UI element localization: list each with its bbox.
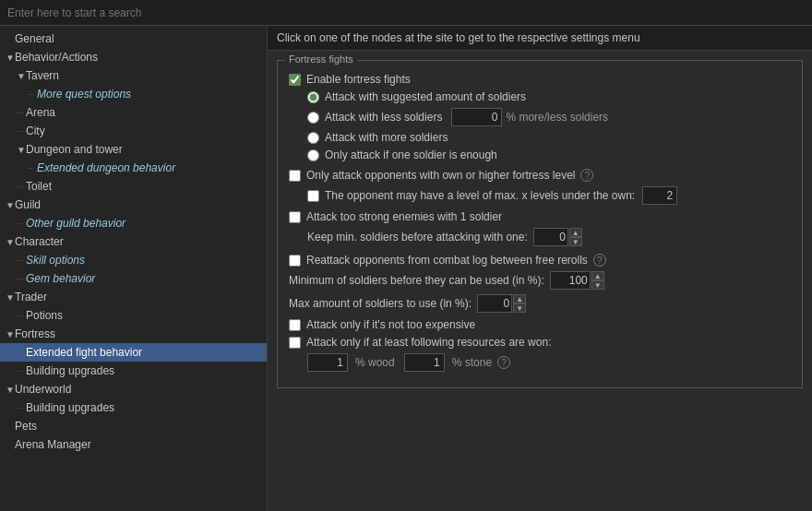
min-soldiers-row: Minimum of soldiers before they can be u… (289, 271, 791, 290)
expand-icon-gem-behavior: ··· (17, 274, 26, 283)
sidebar-item-skill-options[interactable]: ···Skill options (0, 251, 267, 269)
stone-input[interactable] (404, 353, 445, 372)
reattack-label[interactable]: Reattack opponents from combat log betwe… (306, 254, 588, 267)
resources-checkbox[interactable] (289, 337, 301, 349)
radio-suggested-label[interactable]: Attack with suggested amount of soldiers (325, 90, 526, 103)
own-fortress-checkbox[interactable] (289, 170, 301, 182)
attack-strong-checkbox[interactable] (289, 211, 301, 223)
content-panel: Click on one of the nodes at the site to… (268, 26, 812, 511)
keep-min-label: Keep min. soldiers before attacking with… (307, 231, 528, 244)
top-bar (0, 0, 812, 26)
reattack-row: Reattack opponents from combat log betwe… (289, 254, 791, 267)
keep-min-down-button[interactable]: ▼ (569, 237, 582, 246)
only-own-fortress-row: Only attack opponents with own or higher… (289, 169, 791, 182)
keep-min-up-button[interactable]: ▲ (569, 228, 582, 237)
max-soldiers-up-button[interactable]: ▲ (513, 294, 526, 303)
radio-one-label[interactable]: Only attack if one soldier is enough (325, 149, 497, 161)
sidebar-item-pets[interactable]: Pets (0, 417, 267, 435)
sidebar-item-other-guild[interactable]: ···Other guild behavior (0, 214, 267, 232)
sidebar-label-more-quest-options: More quest options (37, 88, 131, 101)
min-soldiers-spin-buttons: ▲ ▼ (591, 271, 604, 290)
sidebar-item-arena-manager[interactable]: Arena Manager (0, 435, 267, 454)
sidebar-item-more-quest-options[interactable]: ···More quest options (0, 85, 267, 103)
enable-row: Enable fortress fights (289, 73, 791, 86)
min-soldiers-input[interactable] (550, 271, 591, 290)
radio-one-enough[interactable] (307, 149, 319, 161)
keep-min-input[interactable] (533, 228, 568, 246)
expand-icon-extended-dungeon: ··· (28, 163, 37, 172)
radio-suggested[interactable] (307, 91, 319, 103)
sidebar-item-behavior-actions[interactable]: ▼Behavior/Actions (0, 48, 267, 66)
wood-input[interactable] (307, 353, 348, 372)
radio-more-label[interactable]: Attack with more soldiers (325, 131, 448, 144)
sidebar-label-toilet: Toilet (26, 180, 52, 193)
keep-min-row: Keep min. soldiers before attacking with… (307, 228, 791, 246)
search-input[interactable] (0, 0, 268, 25)
sidebar-item-city[interactable]: ···City (0, 122, 267, 140)
sidebar-item-guild[interactable]: ▼Guild (0, 196, 267, 214)
sidebar-item-underworld[interactable]: ▼Underworld (0, 380, 267, 398)
expand-icon-character: ▼ (6, 237, 15, 247)
expand-icon-city: ··· (17, 126, 26, 136)
radio-one-row: Only attack if one soldier is enough (307, 149, 791, 161)
expand-icon-dungeon-tower: ▼ (17, 145, 26, 155)
percent-input[interactable] (451, 108, 502, 126)
max-soldiers-row: Max amount of soldiers to use (in %): ▲ … (289, 294, 791, 313)
reattack-help-icon[interactable]: ? (593, 254, 606, 267)
max-levels-checkbox[interactable] (307, 190, 319, 202)
enable-label[interactable]: Enable fortress fights (306, 73, 411, 86)
sidebar-item-gem-behavior[interactable]: ···Gem behavior (0, 269, 267, 288)
attack-strong-label[interactable]: Attack too strong enemies with 1 soldier (306, 210, 502, 223)
sidebar-item-character[interactable]: ▼Character (0, 232, 267, 251)
sidebar-label-tavern: Tavern (26, 69, 59, 82)
sidebar-label-arena-manager: Arena Manager (15, 438, 91, 451)
radio-less[interactable] (307, 112, 319, 124)
radio-less-label[interactable]: Attack with less soldiers (325, 111, 442, 124)
max-levels-input[interactable] (642, 186, 677, 205)
min-soldiers-up-button[interactable]: ▲ (591, 271, 604, 280)
own-fortress-help-icon[interactable]: ? (580, 169, 593, 182)
expand-icon-toilet: ··· (17, 182, 26, 191)
max-soldiers-spin-buttons: ▲ ▼ (513, 294, 526, 313)
max-soldiers-down-button[interactable]: ▼ (513, 303, 526, 313)
sidebar-label-pets: Pets (15, 420, 37, 433)
sidebar-item-building-upgrades[interactable]: ···Building upgrades (0, 362, 267, 380)
not-expensive-checkbox[interactable] (289, 319, 301, 331)
expand-icon-behavior-actions: ▼ (6, 53, 15, 63)
sidebar-item-trader[interactable]: ▼Trader (0, 288, 267, 306)
reattack-checkbox[interactable] (289, 255, 301, 267)
resources-label[interactable]: Attack only if at least following resour… (306, 336, 551, 349)
max-soldiers-spinbox: ▲ ▼ (477, 294, 526, 313)
sidebar-label-trader: Trader (15, 291, 47, 303)
radio-more[interactable] (307, 132, 319, 144)
expand-icon-underworld: ▼ (6, 385, 15, 395)
expand-icon-guild: ▼ (6, 200, 15, 210)
sidebar-item-extended-dungeon[interactable]: ···Extended dungeon behavior (0, 159, 267, 177)
sidebar-item-tavern[interactable]: ▼Tavern (0, 66, 267, 85)
sidebar-item-general[interactable]: General (0, 30, 267, 48)
sidebar-item-potions[interactable]: ···Potions (0, 306, 267, 325)
sidebar-item-toilet[interactable]: ···Toilet (0, 177, 267, 196)
sidebar-label-dungeon-tower: Dungeon and tower (26, 143, 123, 156)
instruction-text: Click on one of the nodes at the site to… (277, 31, 640, 44)
sidebar-item-extended-fight[interactable]: ···Extended fight behavior (0, 343, 267, 362)
expand-icon-arena: ··· (17, 108, 26, 117)
sidebar-item-building-upgrades-uw[interactable]: ···Building upgrades (0, 398, 267, 417)
own-fortress-label[interactable]: Only attack opponents with own or higher… (306, 169, 575, 182)
expand-icon-tavern: ▼ (17, 71, 26, 81)
keep-min-spin-buttons: ▲ ▼ (569, 228, 582, 246)
sidebar-label-behavior-actions: Behavior/Actions (15, 51, 98, 64)
expand-icon-extended-fight: ··· (17, 348, 26, 357)
sidebar-item-arena[interactable]: ···Arena (0, 103, 267, 122)
not-expensive-label[interactable]: Attack only if it's not too expensive (306, 318, 475, 331)
max-soldiers-input[interactable] (477, 294, 512, 313)
percent-label: % more/less soldiers (506, 111, 608, 124)
enable-checkbox[interactable] (289, 74, 301, 86)
fortress-fights-group: Fortress fights Enable fortress fights A… (277, 60, 803, 388)
resources-values-row: % wood % stone ? (307, 353, 791, 372)
min-soldiers-down-button[interactable]: ▼ (591, 280, 604, 290)
max-levels-label[interactable]: The opponent may have a level of max. x … (325, 189, 635, 202)
sidebar-item-fortress[interactable]: ▼Fortress (0, 325, 267, 343)
sidebar-item-dungeon-tower[interactable]: ▼Dungeon and tower (0, 140, 267, 159)
resources-help-icon[interactable]: ? (497, 356, 510, 369)
